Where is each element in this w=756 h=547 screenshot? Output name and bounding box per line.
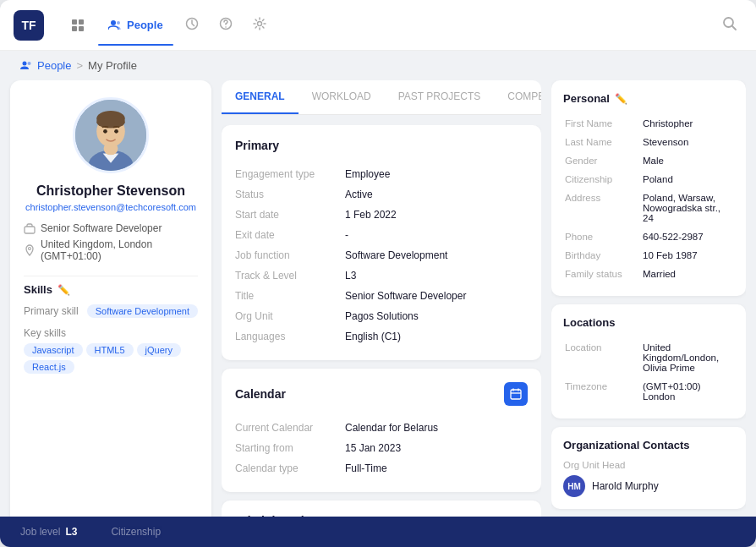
- field-label: Title: [235, 286, 345, 306]
- field-label: Track & Level: [235, 265, 345, 286]
- key-skills-label: Key skills: [24, 327, 66, 339]
- field-label: Start date: [235, 205, 345, 225]
- skills-section: Skills ✏️ Primary skill Software Develop…: [24, 283, 198, 374]
- svg-rect-2: [72, 26, 77, 31]
- field-value: Christopher: [643, 115, 732, 132]
- tab-workload[interactable]: WORKLOAD: [299, 80, 385, 114]
- app-logo: TF: [14, 10, 44, 41]
- divider: [24, 276, 198, 276]
- bottom-job-level-value: L3: [65, 526, 77, 538]
- nav-people-label: People: [127, 19, 163, 31]
- table-row: AddressPoland, Warsaw, Nowogradska str.,…: [565, 189, 732, 227]
- field-label: Engagement type: [235, 164, 345, 184]
- skill-tag-react: React.js: [24, 360, 74, 374]
- field-value: 15 Jan 2023: [345, 438, 528, 458]
- field-label: Starting from: [235, 438, 345, 458]
- avatar-wrapper: [24, 97, 198, 173]
- bottom-job-level: Job level L3: [20, 526, 77, 538]
- field-value: Software Development: [345, 245, 528, 265]
- calendar-table: Current CalendarCalendar for BelarusStar…: [235, 418, 528, 479]
- field-value: United Kingdom/London, Olivia Prime: [643, 339, 732, 376]
- table-row: Phone640-522-2987: [565, 228, 732, 245]
- primary-skill-label: Primary skill: [24, 305, 79, 317]
- personal-edit-button[interactable]: ✏️: [615, 93, 627, 105]
- table-row: Starting from15 Jan 2023: [235, 438, 528, 458]
- search-icon: [722, 16, 737, 31]
- svg-point-21: [103, 129, 107, 134]
- panels-area: Primary Engagement typeEmployeeStatusAct…: [222, 125, 541, 534]
- field-label: Citizenship: [565, 171, 641, 188]
- svg-rect-3: [79, 26, 84, 31]
- nav-bar: People: [61, 12, 717, 39]
- avatar-image: [75, 97, 146, 173]
- calendar-action-button[interactable]: [504, 382, 528, 406]
- bottom-bar: Job level L3 Citizenship: [0, 517, 756, 547]
- locations-table: LocationUnited Kingdom/London, Olivia Pr…: [563, 337, 734, 407]
- people-breadcrumb-icon: [20, 60, 32, 72]
- field-label: Last Name: [565, 134, 641, 150]
- profile-name: Christopher Stevenson: [24, 183, 198, 199]
- key-skills-tags: Javascript HTML5 jQuery React.js: [24, 343, 198, 374]
- svg-point-22: [114, 129, 118, 134]
- svg-point-9: [257, 21, 261, 25]
- breadcrumb-separator: >: [76, 59, 83, 72]
- field-value: Pagos Solutions: [345, 306, 528, 326]
- clock-icon: [185, 17, 199, 30]
- search-button[interactable]: [717, 11, 742, 40]
- main-content: Christopher Stevenson christopher.steven…: [0, 80, 756, 544]
- key-skills-row: Key skills Javascript HTML5 jQuery React…: [24, 325, 198, 374]
- field-value: Poland: [643, 171, 732, 188]
- table-row: Timezone(GMT+01:00) London: [565, 378, 732, 405]
- nav-item-clock[interactable]: [177, 12, 207, 39]
- primary-card-title: Primary: [235, 139, 528, 152]
- grid-icon: [71, 19, 85, 32]
- breadcrumb-parent[interactable]: People: [37, 59, 71, 72]
- svg-rect-23: [25, 227, 35, 233]
- org-contacts-title: Organizational Contacts: [563, 439, 734, 451]
- table-row: Org UnitPagos Solutions: [235, 306, 528, 326]
- table-row: LocationUnited Kingdom/London, Olivia Pr…: [565, 339, 732, 376]
- field-label: Location: [565, 339, 641, 376]
- person-meta: Senior Software Developer United Kingdom…: [24, 222, 198, 262]
- field-label: Address: [565, 189, 641, 227]
- svg-point-5: [117, 21, 120, 25]
- field-value: 10 Feb 1987: [643, 247, 732, 264]
- field-value: L3: [345, 265, 528, 286]
- nav-item-grid[interactable]: [61, 14, 95, 37]
- tab-past-projects[interactable]: PAST PROJECTS: [385, 80, 495, 114]
- table-row: Job functionSoftware Development: [235, 245, 528, 265]
- primary-skill-tag: Software Development: [87, 304, 198, 318]
- nav-item-settings[interactable]: [244, 12, 275, 39]
- org-contact-person: HM Harold Murphy: [563, 475, 734, 497]
- table-row: Last NameStevenson: [565, 134, 732, 150]
- meta-location-text: United Kingdom, London (GMT+01:00): [41, 238, 198, 262]
- table-row: Start date1 Feb 2022: [235, 205, 528, 225]
- field-label: Birthday: [565, 247, 641, 264]
- skills-edit-button[interactable]: ✏️: [58, 284, 70, 296]
- table-row: GenderMale: [565, 152, 732, 169]
- svg-point-10: [724, 18, 733, 27]
- profile-email[interactable]: christopher.stevenson@techcoresoft.com: [24, 202, 198, 212]
- svg-point-4: [111, 20, 116, 25]
- bottom-job-level-label: Job level: [20, 526, 60, 538]
- locations-card-title: Locations: [563, 316, 734, 329]
- center-panel: GENERAL WORKLOAD PAST PROJECTS COMPENSAT…: [222, 80, 541, 534]
- right-panel: Personal ✏️ First NameChristopherLast Na…: [551, 80, 746, 534]
- field-label: Org Unit: [235, 306, 345, 326]
- personal-table: First NameChristopherLast NameStevensonG…: [563, 113, 734, 284]
- tab-compensation[interactable]: COMPENSATION: [494, 80, 541, 114]
- table-row: First NameChristopher: [565, 115, 732, 132]
- nav-item-help[interactable]: [211, 12, 241, 39]
- tab-general[interactable]: GENERAL: [222, 80, 299, 114]
- bottom-citizenship-label: Citizenship: [111, 526, 161, 538]
- primary-skill-row: Primary skill Software Development: [24, 304, 198, 318]
- breadcrumb: People > My Profile: [0, 51, 756, 80]
- svg-rect-0: [72, 19, 77, 25]
- field-label: Exit date: [235, 225, 345, 245]
- field-label: Timezone: [565, 378, 641, 405]
- primary-card: Primary Engagement typeEmployeeStatusAct…: [222, 125, 541, 360]
- field-value: Male: [643, 152, 732, 169]
- nav-item-people[interactable]: People: [98, 14, 173, 37]
- profile-card: Christopher Stevenson christopher.steven…: [10, 80, 211, 534]
- field-value: (GMT+01:00) London: [643, 378, 732, 405]
